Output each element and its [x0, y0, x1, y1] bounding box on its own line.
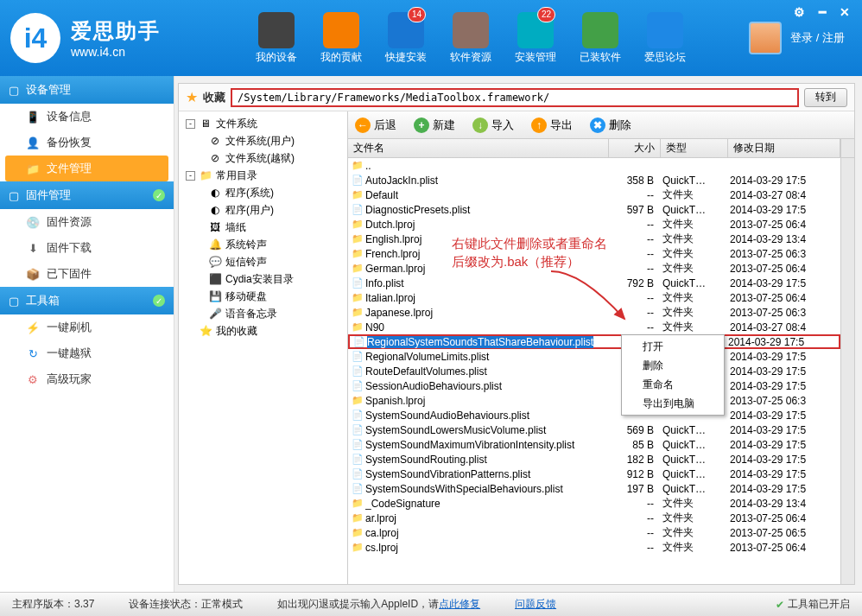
file-row[interactable]: 📄SessionAudioBehaviours.plist2014-03-29 … — [348, 378, 840, 393]
context-menu-item[interactable]: 重命名 — [624, 375, 722, 394]
feedback-link[interactable]: 问题反馈 — [515, 597, 556, 612]
sidebar-item-icon: ⬇ — [26, 241, 40, 255]
tree-node[interactable]: -🖥文件系统 — [182, 115, 344, 132]
nav-item-2[interactable]: 快捷安装14 — [373, 9, 438, 68]
delete-button[interactable]: ✖删除 — [590, 117, 631, 133]
tree-node[interactable]: ◐程序(用户) — [182, 201, 344, 219]
file-type: 文件夹 — [659, 232, 726, 246]
file-icon: 📄 — [350, 365, 365, 377]
import-button[interactable]: ↓导入 — [472, 117, 514, 133]
file-date: 2014-03-29 17:5 — [726, 351, 839, 363]
file-row[interactable]: 📄SystemSoundVibrationPatterns.plist912 B… — [348, 467, 840, 481]
sidebar-section-header[interactable]: ▢固件管理✓ — [0, 181, 174, 209]
file-row[interactable]: 📁ca.lproj--文件夹2013-07-25 06:5 — [348, 525, 840, 540]
tree-toggle-icon[interactable]: - — [186, 171, 195, 181]
file-row[interactable]: 📁.. — [348, 158, 840, 173]
sidebar-section-header[interactable]: ▢工具箱✓ — [0, 287, 174, 314]
file-icon: 📁 — [350, 263, 365, 274]
file-row[interactable]: 📄SystemSoundLowersMusicVolume.plist569 B… — [348, 422, 840, 437]
tree-node[interactable]: ⊘文件系统(用户) — [182, 132, 344, 149]
close-icon[interactable]: ✕ — [840, 5, 850, 19]
sidebar-item[interactable]: 📁文件管理 — [5, 156, 168, 181]
sidebar-item[interactable]: ⚙高级玩家 — [0, 366, 174, 392]
file-icon: 📁 — [350, 189, 365, 200]
sidebar-item[interactable]: 📦已下固件 — [0, 261, 174, 287]
export-button[interactable]: ↑导出 — [531, 117, 573, 133]
file-row[interactable]: 📁_CodeSignature--文件夹2014-03-29 13:4 — [348, 496, 840, 511]
tree-label: 语音备忘录 — [225, 307, 277, 321]
goto-button[interactable]: 转到 — [804, 88, 847, 107]
sidebar-section-header[interactable]: ▢设备管理 — [0, 76, 174, 104]
file-date: 2014-03-29 13:4 — [726, 498, 839, 510]
file-row[interactable]: 📄AutoJackIn.plist358 BQuickT…2014-03-29 … — [348, 173, 840, 187]
nav-item-0[interactable]: 我的设备 — [244, 9, 308, 68]
tree-node[interactable]: -📁常用目录 — [182, 167, 344, 184]
new-button[interactable]: +新建 — [414, 117, 455, 133]
nav-item-1[interactable]: 我的贡献 — [308, 9, 373, 68]
fix-link[interactable]: 点此修复 — [439, 598, 480, 610]
col-type[interactable]: 类型 — [661, 139, 728, 157]
file-row[interactable]: 📄RegionalSystemSoundsThatShareBehaviour.… — [348, 334, 840, 349]
context-menu-item[interactable]: 打开 — [624, 337, 722, 356]
file-row[interactable]: 📄SystemSoundMaximumVibrationIntensity.pl… — [348, 437, 840, 452]
scrollbar[interactable] — [840, 158, 854, 584]
tree-node[interactable]: ⊘文件系统(越狱) — [182, 149, 344, 167]
login-link[interactable]: 登录 / 注册 — [790, 30, 845, 46]
file-row[interactable]: 📁Dutch.lproj--文件夹2013-07-25 06:4 — [348, 217, 840, 232]
sidebar-item-icon: ↻ — [26, 346, 40, 360]
back-button[interactable]: ←后退 — [355, 117, 396, 133]
sidebar-item[interactable]: ⚡一键刷机 — [0, 314, 174, 340]
tree-toggle-icon[interactable]: - — [186, 119, 195, 129]
tree-label: 程序(用户) — [225, 203, 274, 218]
file-row[interactable]: 📄RouteDefaultVolumes.plist2014-03-29 17:… — [348, 364, 840, 378]
version-label: 主程序版本：3.37 — [12, 597, 94, 612]
col-name[interactable]: 文件名 — [348, 139, 609, 157]
sidebar-item[interactable]: 📱设备信息 — [0, 104, 174, 130]
tree-icon: 🖥 — [199, 117, 212, 130]
sidebar-item[interactable]: 👤备份恢复 — [0, 130, 174, 156]
file-type: QuickT… — [659, 439, 726, 451]
file-row[interactable]: 📁ar.lproj--文件夹2013-07-25 06:4 — [348, 511, 840, 525]
context-menu-item[interactable]: 删除 — [624, 356, 722, 375]
file-row[interactable]: 📁cs.lproj--文件夹2013-07-25 06:4 — [348, 540, 840, 555]
favorite-label: 收藏 — [203, 90, 225, 105]
tree-node[interactable]: ⬛Cydia安装目录 — [182, 270, 344, 288]
file-row[interactable]: 📄RegionalVolumeLimits.plist--文件夹2014-03-… — [348, 349, 840, 364]
tree-icon: 🎤 — [208, 307, 222, 321]
tree-node[interactable]: 💬短信铃声 — [182, 253, 344, 270]
file-row[interactable]: 📁Spanish.lproj--文件夹2013-07-25 06:3 — [348, 393, 840, 408]
file-toolbar: ←后退 +新建 ↓导入 ↑导出 ✖删除 — [348, 111, 854, 139]
file-row[interactable]: 📁Default--文件夹2014-03-27 08:4 — [348, 187, 840, 202]
tree-node[interactable]: ⭐我的收藏 — [182, 322, 344, 340]
nav-item-3[interactable]: 软件资源 — [438, 9, 503, 68]
tree-label: 文件系统(越狱) — [225, 151, 295, 166]
tree-icon: 💬 — [208, 255, 222, 269]
path-input[interactable] — [231, 88, 799, 107]
file-size: -- — [609, 498, 659, 510]
file-row[interactable]: 📄SystemSoundAudioBehaviours.plist2014-03… — [348, 408, 840, 422]
col-size[interactable]: 大小 — [609, 139, 661, 157]
nav-item-6[interactable]: 爱思论坛 — [632, 9, 697, 68]
nav-item-5[interactable]: 已装软件 — [567, 9, 632, 68]
sidebar-item-icon: ⚙ — [26, 372, 40, 386]
tree-node[interactable]: 🎤语音备忘录 — [182, 305, 344, 322]
file-list: 📁..📄AutoJackIn.plist358 BQuickT…2014-03-… — [348, 158, 840, 584]
tree-node[interactable]: 🔔系统铃声 — [182, 236, 344, 253]
col-date[interactable]: 修改日期 — [728, 139, 840, 157]
sidebar-item[interactable]: ↻一键越狱 — [0, 340, 174, 366]
sidebar-item[interactable]: 💿固件资源 — [0, 209, 174, 235]
context-menu-item[interactable]: 导出到电脑 — [624, 394, 722, 413]
tree-node[interactable]: 🖼墙纸 — [182, 219, 344, 236]
minimize-icon[interactable]: ━ — [819, 5, 826, 19]
settings-icon[interactable]: ⚙ — [794, 5, 805, 19]
avatar[interactable] — [749, 22, 782, 54]
file-row[interactable]: 📄DiagnosticPresets.plist597 BQuickT…2014… — [348, 202, 840, 217]
tree-node[interactable]: 💾移动硬盘 — [182, 288, 344, 305]
file-icon: 📄 — [350, 410, 365, 421]
favorite-icon[interactable]: ★ — [186, 89, 198, 105]
sidebar-item[interactable]: ⬇固件下载 — [0, 235, 174, 261]
file-row[interactable]: 📄SystemSoundRouting.plist182 BQuickT…201… — [348, 452, 840, 467]
nav-item-4[interactable]: 安装管理22 — [503, 9, 567, 68]
file-row[interactable]: 📄SystemSoundsWithSpecialBehaviours.plist… — [348, 481, 840, 496]
tree-node[interactable]: ◐程序(系统) — [182, 184, 344, 201]
